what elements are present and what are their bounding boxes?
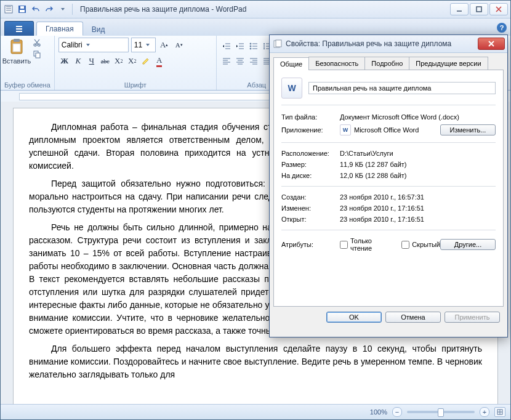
value-disk: 12,0 КБ (12 288 байт): [340, 172, 496, 179]
zoom-label: 100%: [370, 408, 387, 416]
tab-main[interactable]: Главная: [36, 22, 83, 36]
align-left-icon[interactable]: [220, 55, 233, 67]
ribbon-tabs: Главная Вид ?: [1, 18, 510, 36]
bold-button[interactable]: Ж: [58, 55, 71, 67]
other-attrs-button[interactable]: Другие...: [440, 239, 496, 250]
shrink-font-icon[interactable]: A▾: [173, 39, 185, 51]
dialog-close-button[interactable]: [478, 38, 505, 50]
align-center-icon[interactable]: [234, 55, 246, 67]
tab-previous[interactable]: Предыдущие версии: [409, 57, 488, 70]
maximize-button[interactable]: [470, 3, 488, 15]
zoom-in-button[interactable]: +: [480, 407, 489, 417]
svg-point-17: [250, 48, 251, 49]
group-font-label: Шрифт: [58, 81, 212, 89]
tab-panel-general: W Правильная речь на защите диплома Тип …: [273, 70, 504, 307]
hidden-checkbox[interactable]: Скрытый: [401, 241, 440, 249]
file-icon: W: [281, 78, 302, 99]
dec-indent-icon[interactable]: [220, 40, 233, 52]
value-app: Microsoft Office Word: [354, 126, 419, 134]
svg-rect-6: [16, 28, 22, 30]
label-opened: Открыт:: [281, 216, 340, 223]
cut-icon[interactable]: [31, 38, 42, 47]
grow-font-icon[interactable]: A▴: [158, 39, 171, 51]
tab-general[interactable]: Общие: [273, 57, 309, 70]
value-modified: 23 ноября 2010 г., 17:16:51: [340, 204, 496, 212]
dialog-body: Общие Безопасность Подробно Предыдущие в…: [270, 53, 507, 326]
tab-view[interactable]: Вид: [83, 23, 114, 36]
filename-input[interactable]: Правильная речь на защите диплома: [308, 82, 496, 94]
file-menu-button[interactable]: [4, 21, 34, 36]
save-icon[interactable]: [17, 4, 28, 15]
undo-icon[interactable]: [30, 4, 41, 15]
dialog-tabs: Общие Безопасность Подробно Предыдущие в…: [273, 57, 504, 70]
label-attributes: Атрибуты:: [281, 241, 340, 248]
paragraph: Для большего эффекта перед началом высту…: [29, 342, 482, 381]
copy-icon[interactable]: [31, 49, 42, 59]
value-created: 23 ноября 2010 г., 16:57:31: [340, 193, 496, 201]
bullets-icon[interactable]: [247, 40, 260, 52]
value-size: 11,9 КБ (12 287 байт): [340, 161, 496, 168]
window-title: Правильная речь на защите диплома - Word…: [76, 5, 446, 14]
statusbar: 100% − +: [1, 404, 510, 419]
inc-indent-icon[interactable]: [234, 40, 246, 52]
group-font: Calibri 11 A▴ A▾ Ж К Ч abc X2 X2 A Шрифт: [55, 36, 217, 90]
font-color-icon[interactable]: A: [153, 55, 166, 67]
svg-rect-14: [36, 53, 40, 58]
properties-dialog: Свойства: Правильная речь на защите дипл…: [269, 34, 508, 337]
minimize-button[interactable]: [450, 3, 469, 15]
app-icon: W: [340, 124, 351, 135]
svg-rect-3: [20, 6, 24, 9]
dialog-titlebar: Свойства: Правильная речь на защите дипл…: [270, 35, 507, 53]
dialog-title: Свойства: Правильная речь на защите дипл…: [286, 39, 474, 48]
apply-button[interactable]: Применить: [445, 312, 500, 323]
help-icon[interactable]: ?: [497, 23, 507, 33]
readonly-checkbox[interactable]: Только чтение: [340, 237, 392, 252]
window-controls: [450, 3, 508, 15]
redo-icon[interactable]: [44, 4, 55, 15]
value-opened: 23 ноября 2010 г., 17:16:51: [340, 216, 496, 223]
titlebar: Правильная речь на защите диплома - Word…: [1, 1, 510, 18]
font-family-select[interactable]: Calibri: [58, 38, 129, 52]
change-button[interactable]: Изменить...: [440, 124, 496, 135]
svg-rect-20: [276, 40, 281, 47]
label-location: Расположение:: [281, 150, 340, 157]
align-right-icon[interactable]: [247, 55, 260, 67]
subscript-button[interactable]: X2: [113, 55, 125, 67]
dialog-buttons: OK Отмена Применить: [273, 307, 504, 323]
value-location: D:\Статьи\Услуги: [340, 150, 496, 157]
svg-rect-10: [13, 44, 20, 52]
svg-rect-2: [20, 10, 25, 12]
font-size-select[interactable]: 11: [131, 38, 156, 52]
label-app: Приложение:: [281, 126, 340, 134]
italic-button[interactable]: К: [72, 55, 84, 67]
quick-access-toolbar: [3, 4, 68, 15]
paste-button[interactable]: Вставить: [4, 38, 29, 65]
ok-button[interactable]: OK: [326, 312, 382, 323]
underline-button[interactable]: Ч: [86, 55, 98, 67]
fit-button[interactable]: [494, 407, 505, 417]
label-disk: На диске:: [281, 172, 340, 179]
qat-dropdown-icon[interactable]: [57, 4, 68, 15]
strike-button[interactable]: abc: [99, 55, 111, 67]
close-button[interactable]: [489, 3, 508, 15]
paste-label: Вставить: [2, 57, 31, 65]
dialog-icon: [273, 39, 282, 48]
label-type: Тип файла:: [281, 113, 340, 121]
superscript-button[interactable]: X2: [126, 55, 139, 67]
label-created: Создан:: [281, 193, 340, 201]
tab-details[interactable]: Подробно: [364, 57, 409, 70]
label-size: Размер:: [281, 161, 340, 168]
value-type: Документ Microsoft Office Word (.docx): [340, 113, 496, 121]
group-clipboard-label: Буфер обмена: [4, 81, 50, 89]
zoom-out-button[interactable]: −: [392, 407, 402, 417]
tab-security[interactable]: Безопасность: [308, 57, 365, 70]
svg-rect-5: [16, 26, 22, 27]
svg-point-15: [250, 43, 251, 44]
app-window: Правильная речь на защите диплома - Word…: [0, 0, 511, 420]
highlight-icon[interactable]: [140, 55, 152, 67]
svg-point-16: [250, 46, 251, 47]
zoom-slider[interactable]: [407, 411, 475, 413]
cancel-button[interactable]: Отмена: [385, 312, 441, 323]
svg-rect-7: [16, 31, 22, 32]
app-menu-icon[interactable]: [3, 4, 14, 15]
